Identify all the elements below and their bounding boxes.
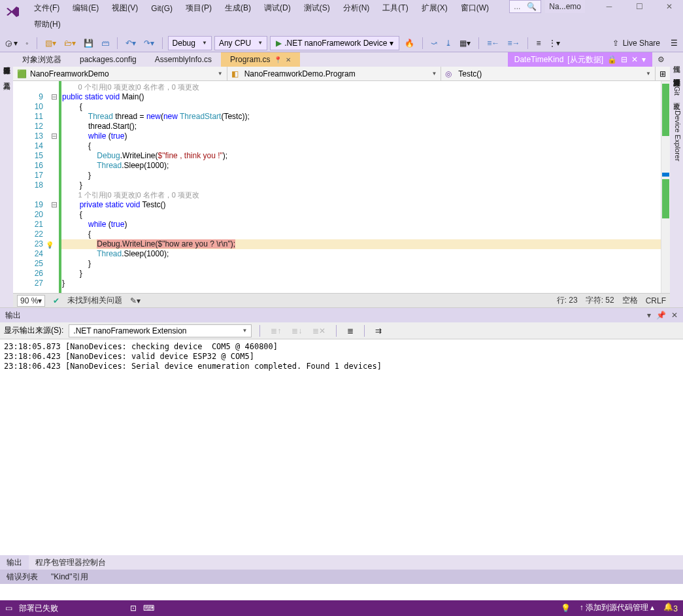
bottom-tab[interactable]: 输出 bbox=[0, 555, 29, 570]
lock-icon: 🔒 bbox=[607, 55, 617, 64]
search-box[interactable]: 🔍 bbox=[509, 0, 541, 13]
output-content[interactable]: 23:18:05.873 [NanoDevices: checking devi… bbox=[0, 339, 683, 555]
close-tab-icon[interactable]: ✕ bbox=[631, 55, 638, 64]
menu-item[interactable]: 项目(P) bbox=[179, 0, 218, 16]
lightbulb-icon[interactable]: 💡 bbox=[46, 240, 54, 250]
next-msg-icon[interactable]: ≣↓ bbox=[289, 325, 305, 337]
fold-column[interactable]: ⊟⊟⊟💡 bbox=[50, 81, 59, 293]
issues-label[interactable]: 未找到相关问题 bbox=[67, 295, 122, 306]
prev-msg-icon[interactable]: ≣↑ bbox=[268, 325, 284, 337]
split-editor-button[interactable]: ⊞ bbox=[656, 67, 670, 80]
side-tab[interactable]: 属性 bbox=[670, 56, 683, 64]
step-over-icon[interactable]: ⤻ bbox=[428, 37, 440, 49]
eol-indicator[interactable]: CRLF bbox=[646, 296, 666, 305]
overview-ruler[interactable] bbox=[661, 81, 670, 293]
output-source-label: 显示输出来源(S): bbox=[4, 325, 63, 336]
menu-item[interactable]: 视图(V) bbox=[105, 0, 144, 16]
menu-item[interactable]: 测试(S) bbox=[297, 0, 337, 16]
kind-suffix: [从元数据] bbox=[567, 54, 603, 65]
keyboard-icon[interactable]: ⌨ bbox=[143, 604, 154, 613]
start-debug-button[interactable]: ▶ .NET nanoFramework Device ▾ bbox=[270, 36, 399, 50]
side-tab[interactable]: 解决方案资源管理器 bbox=[670, 69, 683, 77]
menu-item[interactable]: 帮助(H) bbox=[27, 16, 67, 33]
col-indicator[interactable]: 字符: 52 bbox=[586, 295, 614, 306]
metadata-indicator[interactable]: DateTimeKind [从元数据] 🔒 ⊟ ✕ ▾ bbox=[508, 52, 652, 67]
line-number-gutter: 9101112131415161718192021222324252627 bbox=[13, 81, 50, 293]
platform-combo[interactable]: Any CPU▼ bbox=[214, 36, 267, 50]
indent-icon[interactable]: ≡← bbox=[484, 37, 502, 49]
comment-icon[interactable]: ≡ bbox=[533, 37, 543, 49]
deploy-status-label[interactable]: 部署已失败 bbox=[19, 603, 58, 614]
pin-icon[interactable]: 📍 bbox=[274, 56, 282, 63]
dropdown-icon[interactable]: ▾ bbox=[642, 55, 646, 64]
new-project-button[interactable]: ▧▾ bbox=[42, 37, 59, 49]
live-share-button[interactable]: ⇪ Live Share bbox=[607, 37, 665, 49]
add-source-control-button[interactable]: ↑ 添加到源代码管理 ▴ bbox=[580, 602, 655, 613]
uncomment-icon[interactable]: ⋮▾ bbox=[546, 37, 563, 49]
menu-item[interactable]: 调试(D) bbox=[258, 0, 297, 16]
document-tab[interactable]: AssemblyInfo.cs bbox=[146, 52, 221, 67]
output-panel-title[interactable]: 输出 ▾ 📌 ✕ bbox=[0, 308, 683, 322]
output-toolbar: 显示输出来源(S): .NET nanoFramework Extension … bbox=[0, 322, 683, 339]
feedback-icon[interactable]: ☰ bbox=[668, 37, 680, 49]
panel-dropdown-icon[interactable]: ▾ bbox=[647, 311, 651, 320]
side-tab[interactable]: Device Explorer bbox=[670, 107, 683, 165]
menu-item[interactable]: 扩展(X) bbox=[415, 0, 454, 16]
menu-item[interactable]: 文件(F) bbox=[27, 0, 66, 16]
save-button[interactable]: 💾 bbox=[81, 37, 96, 49]
config-combo[interactable]: Debug▼ bbox=[168, 36, 212, 50]
firehose-icon[interactable]: 🔥 bbox=[402, 37, 417, 49]
pin-panel-icon[interactable]: 📌 bbox=[656, 311, 666, 320]
close-panel-icon[interactable]: ✕ bbox=[671, 311, 678, 320]
menu-item[interactable]: 编辑(E) bbox=[66, 0, 105, 16]
brush-icon[interactable]: ✎▾ bbox=[130, 296, 141, 305]
redo-button[interactable]: ↷▾ bbox=[141, 37, 157, 49]
code-editor[interactable]: 9101112131415161718192021222324252627 ⊟⊟… bbox=[13, 81, 670, 293]
autoscroll-icon[interactable]: ⇉ bbox=[373, 325, 384, 337]
menu-item[interactable]: 生成(B) bbox=[218, 0, 258, 16]
bottom-tab[interactable]: 错误列表 bbox=[0, 570, 44, 584]
error-icon[interactable]: ⊡ bbox=[130, 604, 137, 613]
menu-item[interactable]: 窗口(W) bbox=[454, 0, 495, 16]
outdent-icon[interactable]: ≡→ bbox=[505, 37, 522, 49]
search-input[interactable] bbox=[514, 2, 527, 11]
nav-back-button[interactable]: ◶ ▾ bbox=[3, 37, 20, 49]
side-tab[interactable]: Git 更改 bbox=[670, 82, 683, 101]
bottom-tab[interactable]: "Kind"引用 bbox=[44, 570, 95, 584]
step-into-icon[interactable]: ⤓ bbox=[442, 37, 454, 49]
close-icon[interactable]: ✕ bbox=[286, 56, 291, 63]
side-tab[interactable]: 工具箱 bbox=[0, 73, 13, 81]
code-content[interactable]: 0 个引用|0 项更改|0 名作者，0 项更改public static voi… bbox=[61, 81, 661, 293]
minimize-button[interactable]: ─ bbox=[598, 2, 620, 11]
zoom-combo[interactable]: 90 % ▾ bbox=[17, 295, 45, 307]
toggle-wrap-icon[interactable]: ≣ bbox=[344, 325, 356, 337]
tabs-options-button[interactable]: ⚙ bbox=[652, 52, 670, 67]
bulb-status-icon[interactable]: 💡 bbox=[561, 604, 571, 613]
document-tab[interactable]: Program.cs 📍 ✕ bbox=[221, 52, 300, 67]
nav-method-combo[interactable]: ◎ Testc() ▼ bbox=[441, 67, 656, 80]
indent-indicator[interactable]: 空格 bbox=[622, 295, 638, 306]
save-all-button[interactable]: 🗃 bbox=[99, 37, 112, 49]
nav-project-combo[interactable]: 🟩 NanoFreamworkDemo ▼ bbox=[13, 67, 227, 80]
bottom-tab[interactable]: 程序包管理器控制台 bbox=[29, 555, 112, 570]
open-button[interactable]: 🗁▾ bbox=[61, 37, 78, 49]
side-tab[interactable]: 服务器资源管理器 bbox=[0, 58, 13, 65]
menu-item[interactable]: 分析(N) bbox=[337, 0, 376, 16]
menu-item[interactable]: Git(G) bbox=[144, 1, 179, 16]
clear-output-icon[interactable]: ≣✕ bbox=[310, 325, 328, 337]
csharp-project-icon: 🟩 bbox=[17, 69, 26, 78]
menu-item[interactable]: 工具(T) bbox=[376, 0, 414, 16]
maximize-button[interactable]: ☐ bbox=[628, 2, 650, 11]
notifications-button[interactable]: 🔔3 bbox=[663, 602, 678, 613]
step-out-icon[interactable]: ▦▾ bbox=[457, 37, 473, 49]
nav-fwd-button[interactable]: ◦ bbox=[23, 37, 31, 49]
line-indicator[interactable]: 行: 23 bbox=[557, 295, 578, 306]
close-button[interactable]: ✕ bbox=[658, 2, 680, 11]
document-tab[interactable]: packages.config bbox=[71, 52, 146, 67]
document-tab[interactable]: 对象浏览器 bbox=[13, 52, 71, 67]
undo-button[interactable]: ↶▾ bbox=[123, 37, 139, 49]
search-icon: 🔍 bbox=[527, 2, 537, 11]
output-source-combo[interactable]: .NET nanoFramework Extension ▼ bbox=[69, 324, 252, 337]
nav-class-combo[interactable]: ◧ NanoFreamworkDemo.Program ▼ bbox=[227, 67, 442, 80]
share-icon: ⇪ bbox=[612, 39, 619, 48]
